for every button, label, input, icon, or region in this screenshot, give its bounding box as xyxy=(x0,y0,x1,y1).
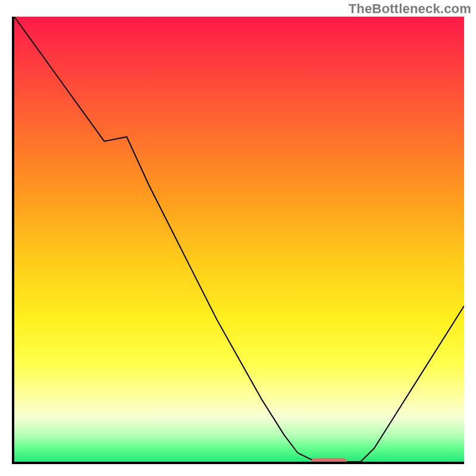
optimal-range-marker xyxy=(311,458,347,464)
chart-plot-area xyxy=(12,17,464,464)
watermark-text: TheBottleneck.com xyxy=(349,1,471,17)
bottleneck-curve xyxy=(14,17,464,462)
